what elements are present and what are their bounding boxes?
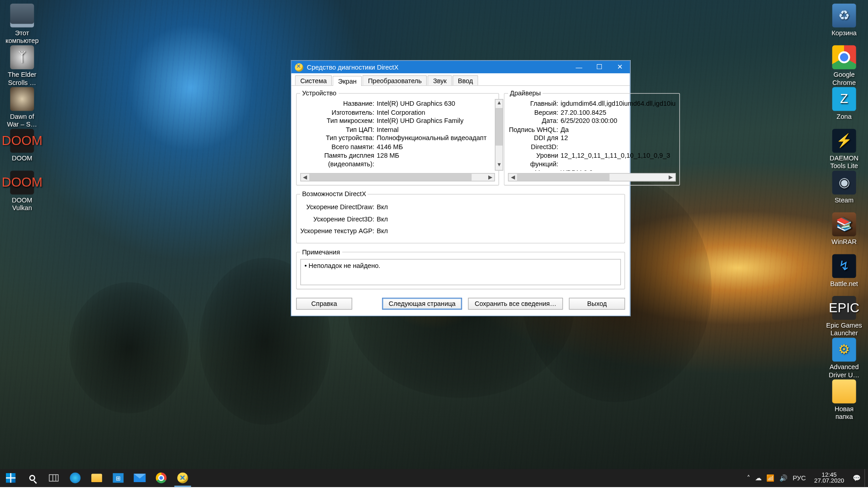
close-button[interactable]: ✕ [609, 61, 630, 74]
info-value: Вкл [377, 201, 621, 213]
scroll-right-icon[interactable]: ▶ [486, 174, 494, 180]
minimize-button[interactable]: — [569, 61, 589, 74]
help-button[interactable]: Справка [296, 298, 352, 310]
steam-icon: ◉ [832, 171, 856, 195]
search-button[interactable] [22, 469, 43, 487]
scroll-left-icon[interactable]: ◀ [301, 174, 309, 180]
taskbar-dxdiag[interactable] [172, 469, 193, 487]
tab-strip: СистемаЭкранПреобразовательЗвукВвод [291, 73, 630, 86]
icon-label: Новаяпапка [822, 405, 866, 420]
scroll-up-icon[interactable]: ▲ [495, 100, 503, 108]
desktop-icon-doom[interactable]: DOOM DOOM [0, 129, 44, 162]
desktop-icon-doom-vulkan[interactable]: DOOM DOOMVulkan [0, 171, 44, 211]
scroll-left-icon[interactable]: ◀ [509, 174, 517, 180]
device-hscroll[interactable]: ◀ ▶ [300, 173, 495, 181]
save-all-button[interactable]: Сохранить все сведения… [468, 298, 563, 310]
mail-icon [134, 474, 146, 482]
taskbar-mail[interactable] [129, 469, 151, 487]
info-row: Всего памяти: 4146 МБ [300, 142, 486, 151]
next-page-button[interactable]: Следующая страница [382, 298, 462, 310]
scroll-right-icon[interactable]: ▶ [667, 174, 675, 180]
onedrive-icon[interactable]: ☁ [755, 474, 762, 482]
info-key: Главный: [508, 99, 561, 108]
notes-group: Примечания Неполадок не найдено. [296, 248, 625, 289]
task-view-button[interactable] [43, 469, 65, 487]
doom-vulkan-icon: DOOM [10, 171, 34, 195]
info-key: Тип микросхем: [300, 116, 377, 125]
desktop-icon-zona[interactable]: Z Zona [822, 87, 866, 120]
info-value: 12_1,12_0,11_1,11_0,10_1,10_0,9_3 [561, 151, 675, 168]
desktop-icon-daemon-tools[interactable]: ⚡ DAEMONTools Lite [822, 129, 866, 169]
tab-converter[interactable]: Преобразователь [363, 75, 427, 85]
info-key: Версия: [508, 108, 561, 116]
start-button[interactable] [0, 469, 22, 487]
elder-scrolls-icon: ᛉ [10, 45, 34, 69]
taskbar-chrome[interactable] [151, 469, 172, 487]
icon-label: Этоткомпьютер [0, 29, 44, 44]
desktop-icon-battlenet[interactable]: ↯ Battle.net [822, 254, 866, 287]
info-key: Изготовитель: [300, 108, 377, 116]
icon-label: GoogleChrome [822, 71, 866, 86]
window-title: Средство диагностики DirectX [307, 64, 569, 71]
info-value: Да [561, 125, 675, 134]
action-center-icon[interactable]: 💬 [853, 474, 861, 482]
dxdiag-icon [177, 473, 188, 483]
info-value: Полнофункциональный видеоадапт [377, 134, 486, 142]
system-tray[interactable]: ˄ ☁ 📶 🔊 РУС 12:45 27.07.2020 💬 [743, 472, 864, 484]
clock[interactable]: 12:45 27.07.2020 [811, 472, 848, 484]
dawn-of-war-icon [10, 87, 34, 111]
info-row: Тип ЦАП: Internal [300, 125, 486, 134]
info-value: 4146 МБ [377, 142, 486, 151]
tray-overflow-icon[interactable]: ˄ [747, 474, 750, 482]
info-row: Дата: 6/25/2020 03:00:00 [508, 116, 676, 125]
title-bar[interactable]: Средство диагностики DirectX — ☐ ✕ [291, 61, 630, 74]
info-row: Главный: igdumdim64.dll,igd10iumd64.dll,… [508, 99, 676, 108]
desktop-icon-elder-scrolls[interactable]: ᛉ The ElderScrolls … [0, 45, 44, 86]
icon-label: AdvancedDriver U… [822, 363, 866, 378]
icon-label: Epic GamesLauncher [822, 322, 866, 337]
exit-button[interactable]: Выход [569, 298, 625, 310]
maximize-button[interactable]: ☐ [589, 61, 609, 74]
desktop-icon-epic-games[interactable]: EPIC Epic GamesLauncher [822, 296, 866, 337]
icon-label: The ElderScrolls … [0, 71, 44, 86]
info-value: Вкл [377, 213, 621, 225]
info-key: Подпись WHQL: [508, 125, 561, 134]
device-vscroll[interactable]: ▲ ▼ [495, 99, 503, 170]
taskbar-edge[interactable] [65, 469, 86, 487]
desktop-icon-new-folder[interactable]: Новаяпапка [822, 380, 866, 420]
task-view-icon [49, 474, 58, 482]
desktop-icon-steam[interactable]: ◉ Steam [822, 171, 866, 204]
wifi-icon[interactable]: 📶 [766, 474, 774, 482]
info-value: 27.20.100.8425 [561, 108, 675, 116]
winrar-icon: 📚 [832, 212, 856, 236]
desktop-icon-advanced-driver[interactable]: ⚙ AdvancedDriver U… [822, 338, 866, 378]
tab-screen[interactable]: Экран [333, 76, 362, 86]
info-row: Ускорение Direct3D: Вкл [300, 213, 621, 225]
info-value: 128 МБ [377, 151, 486, 168]
icon-label: Battle.net [822, 280, 866, 287]
tab-system[interactable]: Система [295, 75, 332, 85]
epic-games-icon: EPIC [832, 296, 856, 320]
edge-icon [70, 473, 80, 483]
recycle-bin-icon [832, 4, 856, 28]
info-key: Ускорение Direct3D: [300, 213, 377, 225]
tab-input[interactable]: Ввод [453, 75, 478, 85]
scroll-down-icon[interactable]: ▼ [495, 162, 503, 170]
info-key: Ускорение DirectDraw: [300, 201, 377, 213]
taskbar-store[interactable] [108, 469, 129, 487]
show-desktop-button[interactable] [864, 469, 868, 487]
desktop-icon-winrar[interactable]: 📚 WinRAR [822, 212, 866, 245]
desktop-icon-this-pc[interactable]: Этоткомпьютер [0, 4, 44, 44]
daemon-tools-icon: ⚡ [832, 129, 856, 153]
tab-sound[interactable]: Звук [428, 75, 452, 85]
info-row: Тип устройства: Полнофункциональный виде… [300, 134, 486, 142]
device-legend: Устройство [300, 89, 338, 97]
drivers-hscroll[interactable]: ◀ ▶ [508, 173, 676, 181]
store-icon [113, 473, 124, 483]
desktop-icon-dawn-of-war[interactable]: Dawn ofWar – S… [0, 87, 44, 128]
language-indicator[interactable]: РУС [793, 474, 806, 482]
volume-icon[interactable]: 🔊 [779, 474, 788, 482]
desktop-icon-google-chrome[interactable]: GoogleChrome [822, 45, 866, 86]
desktop-icon-recycle-bin[interactable]: Корзина [822, 4, 866, 37]
taskbar-explorer[interactable] [86, 469, 108, 487]
